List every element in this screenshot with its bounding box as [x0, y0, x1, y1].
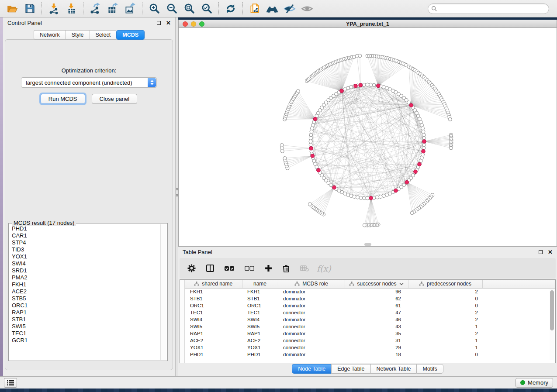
- refresh-icon[interactable]: [222, 1, 239, 17]
- sort-desc-icon[interactable]: [399, 282, 404, 285]
- network-hscroll-thumb[interactable]: [364, 243, 371, 246]
- close-panel-icon[interactable]: ✕: [166, 20, 171, 26]
- zoom-out-icon[interactable]: [163, 1, 180, 17]
- open-folder-icon[interactable]: [3, 1, 21, 17]
- desktop-wallpaper-bottom: [0, 389, 557, 392]
- tab-style[interactable]: Style: [66, 30, 90, 40]
- mcds-result-item[interactable]: CAR1: [12, 232, 159, 239]
- table-row[interactable]: TEC1TEC1connector472: [185, 309, 555, 316]
- status-bar: Memory: [0, 376, 557, 389]
- hide-unhide-eye-icon[interactable]: [281, 1, 298, 17]
- mcds-result-list: PHD1CAR1STP4TID3YOX1SWI4SRD1PMA2FKH1ACE2…: [10, 225, 159, 360]
- float-window-icon[interactable]: [157, 21, 161, 25]
- task-list-icon: [7, 380, 14, 386]
- network-view-window: YPA_prune.txt_1: [178, 20, 557, 247]
- create-column-plus-icon[interactable]: [265, 265, 272, 272]
- splitter-grip-icon[interactable]: [176, 188, 178, 190]
- close-panel-button[interactable]: Close panel: [92, 94, 138, 104]
- unselect-all-columns-icon[interactable]: [245, 266, 254, 271]
- mcds-result-item[interactable]: ORC1: [12, 302, 159, 309]
- mcds-result-item[interactable]: TEC1: [12, 330, 159, 337]
- table-panel: Table Panel ✕ f(x): [178, 247, 557, 376]
- dropdown-stepper-icon: [148, 78, 156, 87]
- mcds-result-item[interactable]: RAP1: [12, 309, 159, 316]
- tab-select[interactable]: Select: [90, 30, 117, 40]
- table-row[interactable]: YOX1YOX1connector291: [185, 344, 555, 351]
- mcds-result-item[interactable]: PMA2: [12, 274, 159, 281]
- zoom-selected-icon[interactable]: [198, 1, 215, 17]
- mcds-result-item[interactable]: GCR1: [12, 337, 159, 344]
- mcds-result-item[interactable]: TID3: [12, 246, 159, 253]
- mcds-tab-content: Optimization criterion: largest connecte…: [5, 39, 173, 370]
- save-icon[interactable]: [21, 1, 38, 17]
- network-graph[interactable]: [179, 28, 557, 246]
- node-table-container: shared name name MCDS role successor nod…: [180, 279, 556, 363]
- shared-column-icon: [294, 282, 300, 286]
- column-header-name[interactable]: name: [242, 280, 278, 288]
- shared-column-icon: [194, 282, 199, 286]
- table-scrollbar-thumb[interactable]: [550, 290, 554, 330]
- column-header-predecessor-nodes[interactable]: predecessor nodes: [408, 280, 482, 288]
- zoom-fit-icon[interactable]: [180, 1, 198, 17]
- table-row[interactable]: STB1STB1dominator620: [185, 295, 555, 302]
- column-header-mcds-role[interactable]: MCDS role: [278, 280, 345, 288]
- mcds-result-item[interactable]: SWI4: [12, 260, 159, 267]
- mcds-result-item[interactable]: SWI5: [12, 323, 159, 330]
- criterion-dropdown[interactable]: largest connected component (undirected): [21, 77, 157, 88]
- control-panel-title: Control Panel: [7, 20, 42, 26]
- table-scrollbar[interactable]: [550, 289, 554, 360]
- binoculars-icon[interactable]: [263, 1, 281, 17]
- tab-edge-table[interactable]: Edge Table: [331, 364, 370, 374]
- table-row[interactable]: ORC1ORC1dominator610: [185, 302, 555, 309]
- mcds-result-item[interactable]: ACE2: [12, 288, 159, 295]
- mcds-result-item[interactable]: STB5: [12, 295, 159, 302]
- table-row[interactable]: ACE2ACE2connector311: [185, 337, 555, 344]
- delete-column-trash-icon[interactable]: [283, 265, 290, 272]
- import-table-icon[interactable]: [62, 1, 80, 17]
- memory-status-icon: [520, 380, 525, 385]
- column-header-filler: [482, 280, 555, 288]
- splitter-grip-icon[interactable]: [176, 194, 178, 196]
- task-history-button[interactable]: [4, 378, 17, 388]
- search-input[interactable]: [428, 3, 549, 14]
- tab-motifs[interactable]: Motifs: [416, 364, 443, 374]
- memory-button[interactable]: Memory: [515, 378, 553, 388]
- select-all-columns-icon[interactable]: [225, 266, 234, 271]
- table-row[interactable]: RAP1RAP1dominator352: [185, 330, 555, 337]
- panel-splitter[interactable]: [175, 17, 178, 376]
- column-header-successor-nodes[interactable]: successor nodes: [345, 280, 408, 288]
- close-panel-icon[interactable]: ✕: [548, 249, 553, 255]
- mcds-result-item[interactable]: STP4: [12, 239, 159, 246]
- table-row[interactable]: SWI5SWI5connector431: [185, 323, 555, 330]
- run-mcds-button[interactable]: Run MCDS: [41, 94, 85, 104]
- network-window-titlebar[interactable]: YPA_prune.txt_1: [179, 20, 557, 28]
- zoom-in-icon[interactable]: [145, 1, 163, 17]
- mcds-result-item[interactable]: PHD1: [12, 225, 159, 232]
- table-row[interactable]: SWI4SWI4dominator462: [185, 316, 555, 323]
- tab-network-table[interactable]: Network Table: [370, 364, 417, 374]
- mcds-result-item[interactable]: STB1: [12, 316, 159, 323]
- mcds-result-scrollbar[interactable]: [160, 224, 166, 360]
- mcds-result-item[interactable]: FKH1: [12, 281, 159, 288]
- column-header-shared-name[interactable]: shared name: [185, 280, 242, 288]
- main-toolbar: [0, 0, 557, 17]
- tab-mcds[interactable]: MCDS: [116, 30, 145, 40]
- export-image-icon[interactable]: [121, 1, 139, 17]
- desktop-wallpaper-left: [0, 17, 3, 389]
- mcds-result-item[interactable]: YOX1: [12, 253, 159, 260]
- export-network-icon[interactable]: [86, 1, 104, 17]
- export-table-icon[interactable]: [104, 1, 121, 17]
- import-network-icon[interactable]: [45, 1, 62, 17]
- tab-network[interactable]: Network: [34, 30, 66, 40]
- network-document-icon[interactable]: [246, 1, 263, 17]
- table-row[interactable]: PHD1PHD1dominator180: [185, 351, 555, 358]
- search-text[interactable]: [437, 4, 549, 13]
- network-canvas[interactable]: [179, 28, 557, 246]
- mcds-result-item[interactable]: SRD1: [12, 267, 159, 274]
- table-settings-gear-icon[interactable]: [187, 264, 196, 272]
- tab-node-table[interactable]: Node Table: [292, 364, 331, 374]
- table-row[interactable]: FKH1FKH1dominator962: [185, 288, 555, 295]
- show-column-icon[interactable]: [206, 265, 214, 272]
- show-all-eye-icon[interactable]: [298, 1, 316, 17]
- float-window-icon[interactable]: [539, 250, 543, 254]
